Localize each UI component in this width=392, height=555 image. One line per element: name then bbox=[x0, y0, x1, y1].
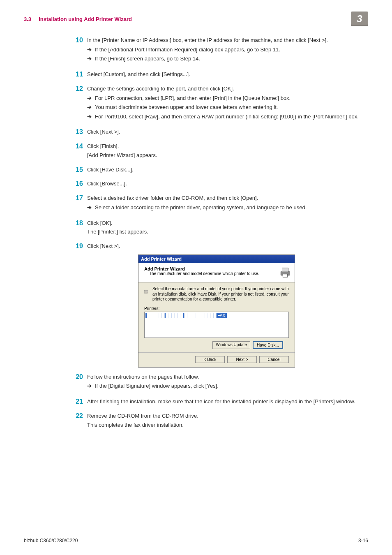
step-text: Change the settings according to the por… bbox=[87, 85, 364, 93]
step-sub: You must discriminate between upper and … bbox=[95, 103, 278, 111]
content-area: 10 In the [Printer Name or IP Address:] … bbox=[69, 37, 364, 433]
step-text: Click [Finish]. bbox=[87, 143, 364, 150]
step-number: 15 bbox=[69, 166, 87, 174]
arrow-icon: ➔ bbox=[87, 103, 92, 111]
step-text: In the [Printer Name or IP Address:] box… bbox=[87, 37, 364, 44]
printer-icon bbox=[279, 266, 291, 279]
step-sub: For Port9100, select [Raw], and then ent… bbox=[95, 113, 359, 121]
windows-update-button[interactable]: Windows Update bbox=[212, 341, 250, 349]
step-number: 17 bbox=[69, 194, 87, 213]
step-18: 18 Click [OK]. The [Printer:] list appea… bbox=[69, 220, 364, 240]
step-number: 16 bbox=[69, 180, 87, 188]
dialog-instruction-row: Select the manufacturer and model of you… bbox=[138, 282, 295, 304]
step-22: 22 Remove the CD-ROM from the CD-ROM dri… bbox=[69, 412, 364, 433]
dialog-instruction-text: Select the manufacturer and model of you… bbox=[152, 287, 289, 302]
step-number: 10 bbox=[69, 37, 87, 64]
step-12: 12 Change the settings according to the … bbox=[69, 85, 364, 122]
step-number: 22 bbox=[69, 412, 87, 433]
printers-label: Printers: bbox=[144, 306, 289, 311]
svg-rect-2 bbox=[283, 274, 287, 278]
step-number: 18 bbox=[69, 220, 87, 240]
arrow-icon: ➔ bbox=[87, 204, 92, 212]
arrow-icon: ➔ bbox=[87, 113, 92, 121]
step-text: Click [Next >]. bbox=[87, 243, 364, 250]
step-11: 11 Select [Custom], and then click [Sett… bbox=[69, 71, 364, 79]
footer-rule bbox=[24, 535, 368, 535]
step-number: 13 bbox=[69, 128, 87, 136]
step-number: 21 bbox=[69, 398, 87, 406]
step-sub: If the [Additional Port Information Requ… bbox=[95, 46, 280, 54]
step-sub: For LPR connection, select [LPR], and th… bbox=[95, 94, 291, 102]
step-after: The [Printer:] list appears. bbox=[87, 228, 364, 236]
step-17: 17 Select a desired fax driver folder on… bbox=[69, 194, 364, 213]
step-text: Select [Custom], and then click [Setting… bbox=[87, 71, 364, 79]
step-19: 19 Click [Next >]. bbox=[69, 243, 364, 250]
step-20: 20 Follow the instructions on the pages … bbox=[69, 373, 364, 391]
have-disk-button[interactable]: Have Disk... bbox=[253, 341, 283, 349]
arrow-icon: ➔ bbox=[87, 55, 92, 63]
step-sub: If the [Digital Signature] window appear… bbox=[95, 382, 219, 390]
dialog-banner-title: Add Printer Wizard bbox=[144, 266, 279, 271]
step-16: 16 Click [Browse...]. bbox=[69, 180, 364, 188]
step-text: Click [OK]. bbox=[87, 220, 364, 227]
step-text: Remove the CD-ROM from the CD-ROM drive. bbox=[87, 412, 364, 420]
dialog-titlebar: Add Printer Wizard bbox=[138, 255, 295, 263]
step-number: 12 bbox=[69, 85, 87, 122]
svg-rect-1 bbox=[282, 268, 288, 272]
printers-list-item[interactable]: ██████ ██████ ███████████ FAX bbox=[145, 313, 227, 318]
step-number: 19 bbox=[69, 243, 87, 250]
printers-listbox[interactable]: ██████ ██████ ███████████ FAX bbox=[144, 312, 289, 338]
step-21: 21 After finishing the installation, mak… bbox=[69, 398, 364, 406]
back-button[interactable]: < Back bbox=[195, 356, 225, 363]
page-footer: bizhub C360/C280/C220 3-16 bbox=[24, 535, 368, 543]
step-13: 13 Click [Next >]. bbox=[69, 128, 364, 136]
section-header: 3.3 Installation using Add Printer Wizar… bbox=[24, 16, 132, 22]
step-after: This completes the fax driver installati… bbox=[87, 421, 364, 429]
step-text: After finishing the installation, make s… bbox=[87, 398, 364, 406]
section-number: 3.3 bbox=[24, 16, 31, 22]
arrow-icon: ➔ bbox=[87, 382, 92, 390]
footer-left: bizhub C360/C280/C220 bbox=[24, 538, 78, 543]
dialog-banner: Add Printer Wizard The manufacturer and … bbox=[138, 263, 295, 282]
step-text: Follow the instructions on the pages tha… bbox=[87, 373, 364, 381]
step-sub: If the [Finish] screen appears, go to St… bbox=[95, 55, 200, 63]
step-14: 14 Click [Finish]. [Add Printer Wizard] … bbox=[69, 143, 364, 164]
svg-point-5 bbox=[147, 291, 147, 291]
step-after: [Add Printer Wizard] appears. bbox=[87, 152, 364, 160]
add-printer-wizard-dialog: Add Printer Wizard Add Printer Wizard Th… bbox=[138, 254, 295, 368]
step-text: Click [Browse...]. bbox=[87, 180, 364, 188]
disk-icon bbox=[144, 287, 148, 297]
section-title: Installation using Add Printer Wizard bbox=[39, 16, 132, 22]
chapter-badge: 3 bbox=[351, 12, 368, 26]
step-15: 15 Click [Have Disk...]. bbox=[69, 166, 364, 174]
dialog-banner-sub: The manufacturer and model determine whi… bbox=[149, 271, 279, 276]
step-10: 10 In the [Printer Name or IP Address:] … bbox=[69, 37, 364, 64]
next-button[interactable]: Next > bbox=[227, 356, 257, 363]
arrow-icon: ➔ bbox=[87, 46, 92, 54]
arrow-icon: ➔ bbox=[87, 94, 92, 102]
step-text: Click [Next >]. bbox=[87, 128, 364, 136]
cancel-button[interactable]: Cancel bbox=[259, 356, 289, 363]
header-rule bbox=[24, 29, 368, 29]
step-text: Click [Have Disk...]. bbox=[87, 166, 364, 174]
footer-right: 3-16 bbox=[358, 538, 368, 543]
step-text: Select a desired fax driver folder on th… bbox=[87, 194, 364, 202]
step-sub: Select a folder according to the printer… bbox=[95, 204, 307, 212]
step-number: 14 bbox=[69, 143, 87, 164]
step-number: 11 bbox=[69, 71, 87, 79]
step-number: 20 bbox=[69, 373, 87, 391]
